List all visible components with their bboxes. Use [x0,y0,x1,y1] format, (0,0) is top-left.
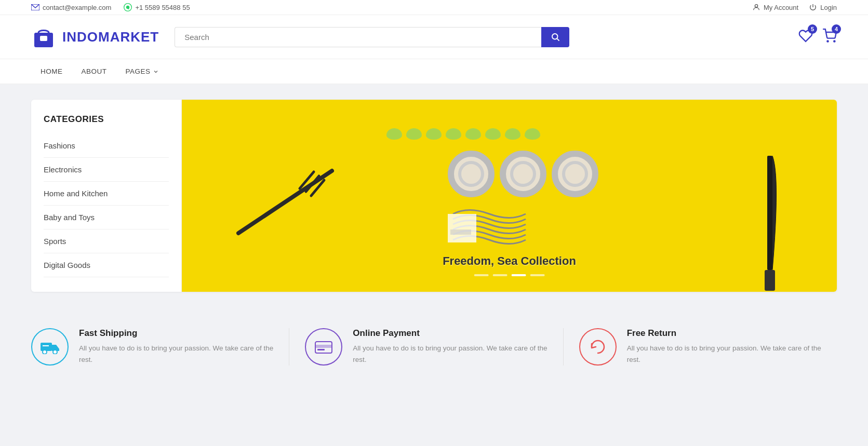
limes-area [386,128,540,140]
truck-icon [41,340,59,354]
whatsapp-icon [124,3,132,11]
fork-icon [233,166,337,238]
my-account-link[interactable]: My Account [752,3,798,11]
food-scene [203,120,816,271]
chevron-down-icon [153,69,159,75]
lime-3 [426,128,442,140]
svg-rect-16 [765,270,775,291]
svg-line-9 [238,171,332,233]
lime-6 [485,128,501,140]
header: INDOMARKET 5 4 [0,15,868,59]
online-payment-desc: All you have to do is to bring your pass… [353,343,547,365]
online-payment-title: Online Payment [353,328,547,339]
svg-rect-15 [767,156,772,270]
sidebar: CATEGORIES Fashions Electronics Home and… [31,100,182,292]
list-item: Sports [44,229,169,253]
dot-3[interactable] [511,274,526,276]
knife-area [754,151,785,292]
category-sports[interactable]: Sports [44,229,169,253]
lime-4 [446,128,461,140]
dot-1[interactable] [474,274,488,276]
top-bar-right: My Account Login [752,3,837,11]
banner-title: Freedom, Sea Collection [443,254,576,268]
logo-text: INDOMARKET [62,29,159,45]
category-fashions[interactable]: Fashions [44,134,169,157]
svg-rect-14 [450,229,471,235]
refresh-icon [589,337,607,356]
categories-title: CATEGORIES [44,114,169,125]
content-card: CATEGORIES Fashions Electronics Home and… [31,100,837,292]
svg-point-8 [834,40,835,42]
list-item: Home and Kitchen [44,182,169,206]
power-icon [809,3,817,11]
wishlist-badge: 5 [808,24,817,34]
banner-content: Freedom, Sea Collection [443,254,576,276]
category-list: Fashions Electronics Home and Kitchen Ba… [44,134,169,277]
card-icon [314,340,333,354]
lime-2 [406,128,422,140]
nav-home[interactable]: HOME [31,59,72,84]
svg-rect-17 [41,343,52,351]
main-nav: HOME ABOUT PAGES [0,59,868,84]
list-item: Electronics [44,158,169,182]
lime-8 [525,128,540,140]
onion-3 [552,151,598,197]
online-payment-text: Online Payment All you have to do is to … [353,328,547,365]
wishlist-icon-wrap[interactable]: 5 [798,29,813,45]
svg-point-5 [552,34,558,39]
list-item: Fashions [44,134,169,158]
lime-7 [505,128,520,140]
dot-4[interactable] [530,274,544,276]
feature-fast-shipping: Fast Shipping All you have to do is to b… [31,328,289,366]
fast-shipping-text: Fast Shipping All you have to do is to b… [79,328,273,365]
category-baby-toys[interactable]: Baby and Toys [44,206,169,229]
logo-link[interactable]: INDOMARKET [31,24,159,49]
noodles-icon [448,204,531,255]
svg-rect-13 [448,214,476,242]
onions-area [448,151,598,197]
category-home-kitchen[interactable]: Home and Kitchen [44,182,169,205]
fast-shipping-desc: All you have to do is to bring your pass… [79,343,273,365]
nav-pages[interactable]: PAGES [116,59,168,84]
lime-5 [465,128,481,140]
free-return-desc: All you have to do is to bring your pass… [627,343,821,365]
svg-point-18 [43,350,47,354]
email-contact: contact@example.com [31,4,111,11]
phone-contact: +1 5589 55488 55 [124,3,190,11]
top-bar: contact@example.com +1 5589 55488 55 My … [0,0,868,15]
search-button[interactable] [541,27,569,47]
noodles-area [448,204,531,258]
svg-rect-22 [315,345,332,348]
free-return-title: Free Return [627,328,821,339]
banner: Freedom, Sea Collection [182,100,837,292]
dot-2[interactable] [492,274,507,276]
login-link[interactable]: Login [809,3,837,11]
svg-line-6 [557,38,559,40]
logo-icon [31,24,56,49]
svg-point-2 [755,5,757,7]
svg-point-19 [53,350,57,354]
online-payment-icon-wrap [305,328,342,366]
svg-point-7 [827,40,828,42]
cart-icon-wrap[interactable]: 4 [822,29,837,45]
lime-1 [386,128,402,140]
nav-about[interactable]: ABOUT [72,59,116,84]
feature-free-return: Free Return All you have to do is to bri… [563,328,837,366]
free-return-text: Free Return All you have to do is to bri… [627,328,821,365]
user-icon [752,3,760,11]
knife-icon [754,151,785,292]
svg-rect-4 [40,36,47,41]
fast-shipping-title: Fast Shipping [79,328,273,339]
fork-area [233,166,337,240]
features-section: Fast Shipping All you have to do is to b… [0,307,868,376]
onion-1 [448,151,495,197]
search-input[interactable] [175,27,541,47]
header-icons: 5 4 [798,29,837,45]
email-icon [31,4,39,10]
search-bar [175,27,569,47]
list-item: Digital Goods [44,253,169,277]
category-digital-goods[interactable]: Digital Goods [44,253,169,277]
category-electronics[interactable]: Electronics [44,158,169,181]
list-item: Baby and Toys [44,206,169,229]
cart-badge: 4 [832,24,841,34]
